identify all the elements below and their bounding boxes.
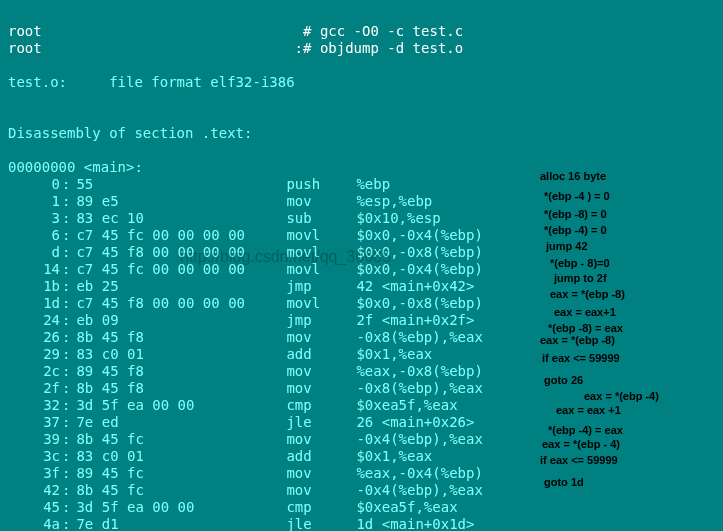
bytes: 83 ec 10 <box>70 210 286 227</box>
addr: 39 <box>8 431 62 448</box>
bytes: 8b 45 fc <box>70 482 286 499</box>
bytes: 3d 5f ea 00 00 <box>70 499 286 516</box>
mnemonic: mov <box>286 482 356 499</box>
annotation: eax = eax +1 <box>556 404 621 416</box>
operands: 2f <main+0x2f> <box>356 312 474 328</box>
operands: %esp,%ebp <box>356 193 432 209</box>
annotation: *(ebp -8) = eax <box>548 322 623 334</box>
annotation: *(ebp -4) = 0 <box>544 224 607 236</box>
mnemonic: movl <box>286 261 356 278</box>
disasm-row: 6:c7 45 fc 00 00 00 00movl$0x0,-0x4(%ebp… <box>8 227 715 244</box>
annotation: *(ebp -8) = 0 <box>544 208 607 220</box>
operands: $0xea5f,%eax <box>356 397 457 413</box>
addr: d <box>8 244 62 261</box>
addr: 3 <box>8 210 62 227</box>
mnemonic: mov <box>286 431 356 448</box>
symbol-header: 00000000 <main>: <box>8 159 143 175</box>
operands: $0x1,%eax <box>356 346 432 362</box>
annotation: if eax <= 59999 <box>540 454 618 466</box>
addr: 2f <box>8 380 62 397</box>
addr: 1d <box>8 295 62 312</box>
addr: 14 <box>8 261 62 278</box>
annotation: jump to 2f <box>554 272 607 284</box>
annotation: alloc 16 byte <box>540 170 606 182</box>
annotation: eax = *(ebp -8) <box>550 288 625 300</box>
bytes: 83 c0 01 <box>70 346 286 363</box>
bytes: eb 25 <box>70 278 286 295</box>
addr: 1 <box>8 193 62 210</box>
annotation: if eax <= 59999 <box>542 352 620 364</box>
addr: 24 <box>8 312 62 329</box>
bytes: c7 45 f8 00 00 00 00 <box>70 295 286 312</box>
operands: -0x8(%ebp),%eax <box>356 380 482 396</box>
terminal-output[interactable]: root # gcc -O0 -c test.c root :# objdump… <box>0 0 723 531</box>
annotation: *(ebp -4 ) = 0 <box>544 190 610 202</box>
mnemonic: add <box>286 448 356 465</box>
mnemonic: add <box>286 346 356 363</box>
mnemonic: jmp <box>286 312 356 329</box>
bytes: 8b 45 fc <box>70 431 286 448</box>
section-header: Disassembly of section .text: <box>8 125 252 141</box>
command-1: gcc -O0 -c test.c <box>320 23 463 39</box>
operands: 42 <main+0x42> <box>356 278 474 294</box>
annotation: eax = *(ebp -4) <box>584 390 659 402</box>
operands: $0x10,%esp <box>356 210 440 226</box>
operands: $0x0,-0x8(%ebp) <box>356 244 482 260</box>
mnemonic: movl <box>286 295 356 312</box>
bytes: 55 <box>70 176 286 193</box>
bytes: 8b 45 f8 <box>70 329 286 346</box>
mnemonic: cmp <box>286 499 356 516</box>
disasm-row: 42:8b 45 fcmov-0x4(%ebp),%eax <box>8 482 715 499</box>
mnemonic: jle <box>286 516 356 531</box>
bytes: 83 c0 01 <box>70 448 286 465</box>
bytes: c7 45 fc 00 00 00 00 <box>70 261 286 278</box>
addr: 0 <box>8 176 62 193</box>
addr: 3f <box>8 465 62 482</box>
mnemonic: movl <box>286 227 356 244</box>
bytes: 3d 5f ea 00 00 <box>70 397 286 414</box>
mnemonic: jle <box>286 414 356 431</box>
operands: 1d <main+0x1d> <box>356 516 474 531</box>
operands: -0x4(%ebp),%eax <box>356 482 482 498</box>
operands: $0xea5f,%eax <box>356 499 457 515</box>
annotation: eax = *(ebp -8) <box>540 334 615 346</box>
bytes: 89 45 fc <box>70 465 286 482</box>
mnemonic: push <box>286 176 356 193</box>
mnemonic: sub <box>286 210 356 227</box>
bytes: eb 09 <box>70 312 286 329</box>
prompt-line-1: root # gcc -O0 -c test.c <box>8 23 463 39</box>
bytes: 7e d1 <box>70 516 286 531</box>
operands: %eax,-0x8(%ebp) <box>356 363 482 379</box>
operands: %eax,-0x4(%ebp) <box>356 465 482 481</box>
annotation: eax = eax+1 <box>554 306 616 318</box>
command-2: objdump -d test.o <box>320 40 463 56</box>
operands: -0x8(%ebp),%eax <box>356 329 482 345</box>
addr: 1b <box>8 278 62 295</box>
addr: 6 <box>8 227 62 244</box>
mnemonic: mov <box>286 465 356 482</box>
mnemonic: mov <box>286 329 356 346</box>
operands: $0x0,-0x4(%ebp) <box>356 227 482 243</box>
annotation: eax = *(ebp - 4) <box>542 438 620 450</box>
bytes: 8b 45 f8 <box>70 380 286 397</box>
addr: 26 <box>8 329 62 346</box>
annotation: jump 42 <box>546 240 588 252</box>
bytes: 89 e5 <box>70 193 286 210</box>
operands: 26 <main+0x26> <box>356 414 474 430</box>
addr: 45 <box>8 499 62 516</box>
bytes: c7 45 fc 00 00 00 00 <box>70 227 286 244</box>
annotation: goto 26 <box>544 374 583 386</box>
addr: 3c <box>8 448 62 465</box>
bytes: 7e ed <box>70 414 286 431</box>
addr: 37 <box>8 414 62 431</box>
file-header: test.o: file format elf32-i386 <box>8 74 295 90</box>
disasm-row: 4a:7e d1jle1d <main+0x1d> <box>8 516 715 531</box>
addr: 32 <box>8 397 62 414</box>
operands: %ebp <box>356 176 390 192</box>
mnemonic: movl <box>286 244 356 261</box>
operands: $0x0,-0x8(%ebp) <box>356 295 482 311</box>
addr: 42 <box>8 482 62 499</box>
operands: $0x1,%eax <box>356 448 432 464</box>
operands: $0x0,-0x4(%ebp) <box>356 261 482 277</box>
mnemonic: mov <box>286 380 356 397</box>
